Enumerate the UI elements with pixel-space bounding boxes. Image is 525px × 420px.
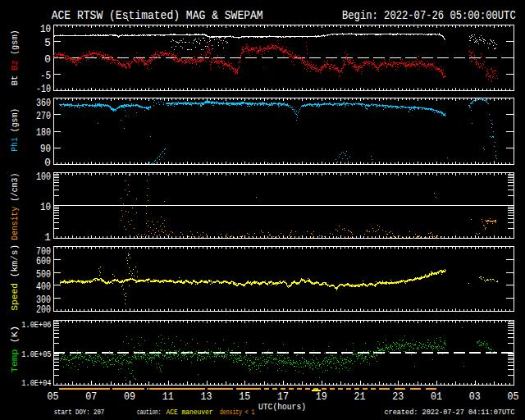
- svg-text:15: 15: [239, 390, 250, 403]
- svg-text:ACE RTSW (Estimated) MAG & SWE: ACE RTSW (Estimated) MAG & SWEPAM: [52, 9, 263, 22]
- svg-text:19: 19: [316, 390, 327, 403]
- svg-text:Bt Bz (gsm): Bt Bz (gsm): [9, 30, 20, 85]
- svg-text:Speed (km/s): Speed (km/s): [9, 244, 20, 311]
- svg-text:1.0E+06: 1.0E+06: [21, 319, 51, 330]
- svg-text:ACE maneuver: ACE maneuver: [167, 409, 213, 417]
- svg-text:400: 400: [36, 281, 51, 293]
- svg-text:1.0E+04: 1.0E+04: [21, 377, 51, 388]
- svg-text:100: 100: [36, 171, 51, 183]
- svg-text:density < 1: density < 1: [220, 409, 254, 417]
- svg-text:11: 11: [162, 390, 174, 403]
- svg-text:180: 180: [36, 126, 51, 139]
- svg-text:90: 90: [40, 143, 51, 155]
- svg-text:Phi (gsm): Phi (gsm): [9, 108, 20, 152]
- svg-text:500: 500: [36, 268, 51, 281]
- svg-text:600: 600: [36, 255, 51, 267]
- svg-text:5: 5: [44, 37, 51, 49]
- svg-text:-5: -5: [40, 70, 51, 82]
- svg-text:Density (/cm3): Density (/cm3): [9, 173, 20, 240]
- svg-text:21: 21: [354, 390, 365, 403]
- svg-text:-10: -10: [36, 83, 51, 95]
- svg-text:07: 07: [85, 390, 97, 403]
- svg-text:start DOY: 207: start DOY: 207: [54, 409, 105, 417]
- svg-text:09: 09: [124, 390, 135, 403]
- svg-text:05: 05: [47, 390, 58, 403]
- svg-text:UTC(hours): UTC(hours): [258, 401, 306, 413]
- svg-text:created: 2022-07-27 04:11:07UT: created: 2022-07-27 04:11:07UTC: [384, 409, 515, 417]
- svg-text:Temp (K): Temp (K): [9, 326, 20, 373]
- svg-text:10: 10: [40, 23, 51, 35]
- svg-text:caution:: caution:: [137, 409, 162, 417]
- svg-text:05: 05: [507, 390, 518, 403]
- svg-text:0: 0: [44, 157, 51, 169]
- svg-text:01: 01: [431, 390, 442, 403]
- svg-text:13: 13: [200, 390, 212, 403]
- svg-text:200: 200: [36, 304, 51, 316]
- svg-text:03: 03: [469, 390, 481, 403]
- svg-text:23: 23: [392, 390, 404, 403]
- svg-text:1.0E+05: 1.0E+05: [21, 349, 51, 359]
- svg-text:270: 270: [36, 110, 51, 122]
- svg-text:Begin: 2022-07-26 05:00:00UTC: Begin: 2022-07-26 05:00:00UTC: [342, 9, 516, 22]
- svg-text:360: 360: [36, 97, 51, 109]
- svg-text:1: 1: [44, 231, 51, 244]
- svg-text:0: 0: [44, 53, 51, 66]
- svg-text:10: 10: [40, 201, 51, 213]
